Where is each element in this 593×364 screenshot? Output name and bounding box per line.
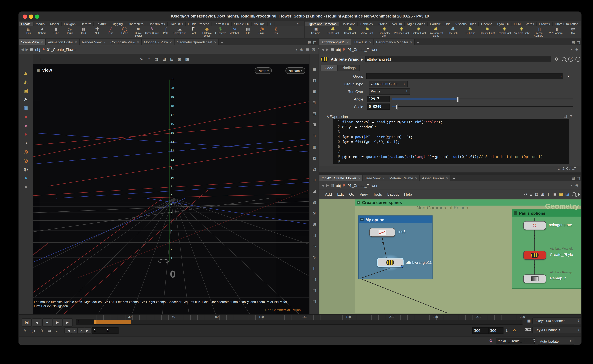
shelf-tool[interactable]: ✺ Volume Light (393, 27, 410, 38)
pane-tab[interactable]: Geometry Spreadsheet × (174, 39, 219, 45)
info-icon[interactable]: i (575, 57, 580, 61)
new-tab-button[interactable]: + (219, 39, 225, 45)
display-option-icon[interactable]: ▤ (311, 111, 317, 117)
shelf-tab[interactable]: Drive Simulation (553, 22, 581, 26)
display-option-icon[interactable]: ▯ (311, 265, 317, 271)
viewport-state-icon[interactable]: ◎ (21, 156, 30, 164)
align-nodes-icon[interactable]: ≡ (530, 192, 532, 196)
close-tab-icon[interactable]: × (75, 40, 77, 44)
shelf-tab[interactable]: FEM (512, 22, 523, 26)
run-over-dropdown[interactable]: Points ⇕ (369, 88, 410, 95)
shelf-tab[interactable]: Grains (375, 22, 390, 26)
display-option-icon[interactable]: ⊙ (311, 254, 317, 260)
display-option-icon[interactable]: ◩ (311, 155, 317, 161)
forward-icon[interactable]: ▶ (26, 48, 28, 52)
angle-field[interactable]: 129.7 (367, 96, 390, 102)
scale-slider[interactable] (392, 104, 573, 109)
shelf-tab[interactable]: Hair Utils (167, 22, 186, 26)
search-icon[interactable] (562, 57, 566, 61)
shelf-tab[interactable]: Terrain FX (212, 22, 232, 26)
shelf-tab[interactable]: Collisions (339, 22, 358, 26)
auto-key-icon[interactable]: ▣ (526, 318, 532, 324)
gear-icon[interactable]: ⚙ (553, 57, 560, 61)
pane-tab[interactable]: Performance Monitor × (374, 39, 415, 45)
pane-tab[interactable]: /obj/01_Create_Flower × (319, 175, 363, 181)
shelf-tab[interactable]: Rigid Bodies (405, 22, 428, 26)
viewport-state-icon[interactable]: ● (21, 121, 30, 129)
slider-handle[interactable] (396, 104, 397, 110)
help-icon[interactable]: ? (568, 57, 573, 61)
shelf-tab[interactable]: Model (48, 22, 62, 26)
set-keyframe-icon[interactable]: ✎ (22, 327, 28, 333)
shelf-overflow-icon[interactable]: ▾ (297, 22, 299, 26)
path-node[interactable]: 01_Create_Flower (348, 47, 377, 52)
display-option-icon[interactable]: ◰ (311, 287, 317, 293)
pane-layout-icon[interactable]: ⋮⋮⋮ (37, 56, 44, 62)
scale-field[interactable]: 0.0249 (367, 104, 390, 110)
forward-icon[interactable]: ▶ (326, 48, 329, 52)
pane-tab[interactable]: Composite View × (108, 39, 142, 45)
display-option-icon[interactable]: ▦ (311, 67, 317, 72)
viewport-toolbar-icon[interactable]: ▩ (183, 56, 191, 62)
pane-menu-icon[interactable]: ▤ (308, 40, 312, 45)
viewport-state-icon[interactable]: ◑ (21, 139, 30, 147)
viewport-toolbar-icon[interactable]: ▦ (153, 56, 160, 62)
viewport-state-icon[interactable]: ➤ (21, 95, 30, 103)
pane-expand-icon[interactable]: ◱ (581, 48, 582, 52)
cut-wires-icon[interactable]: ✂ (524, 192, 527, 197)
node-create-phylo[interactable] (523, 251, 546, 260)
pane-tab[interactable]: Tree View × (363, 175, 387, 181)
pin-icon[interactable]: ◉ (575, 48, 578, 52)
forward-icon[interactable]: ▶ (326, 183, 329, 188)
close-tab-icon[interactable]: × (41, 40, 43, 44)
perspective-icon[interactable]: ▧ (312, 48, 315, 52)
shelf-tool[interactable]: ✺ Spot Light (341, 27, 359, 38)
tab-bindings[interactable]: Bindings (338, 65, 360, 71)
viewport-state-icon[interactable]: ◍ (21, 165, 30, 173)
pane-splitter[interactable] (319, 172, 581, 175)
close-tab-icon[interactable]: × (347, 40, 349, 44)
group-field[interactable] (366, 73, 563, 79)
keys-info-dropdown[interactable]: 0 keys, 0/0 channels ⇕ (532, 318, 581, 324)
pane-tab[interactable]: Render View × (80, 39, 108, 45)
shelf-tool[interactable]: ✺ Ambient Light (513, 27, 530, 38)
projection-button[interactable]: Persp ▾ (255, 67, 272, 74)
stop-button[interactable]: ■ (42, 318, 52, 327)
shelf-tool[interactable]: ▮ Tube (49, 27, 63, 38)
pane-tab[interactable]: Take List × (351, 39, 374, 45)
parameters-icon[interactable]: ◫ (546, 192, 551, 197)
shelf-tool[interactable]: ✺ Point Light (324, 27, 341, 38)
status-path[interactable]: /obj/01_Create_Fl... (496, 338, 535, 344)
node-attribwrangle11[interactable] (377, 258, 404, 267)
playbar-track[interactable]: 1 (89, 320, 523, 325)
path-context[interactable]: obj (336, 47, 341, 52)
shelf-tab[interactable]: Particles (358, 22, 375, 26)
path-context[interactable]: obj (336, 183, 341, 188)
shelf-tool[interactable]: ✎ Draw Curve (145, 27, 159, 38)
shelf-tool[interactable]: ▤ File (241, 27, 255, 38)
shelf-tab[interactable]: Viscous Fluids (453, 22, 479, 26)
display-option-icon[interactable]: ▥ (311, 144, 317, 150)
shelf-tool[interactable]: ✺ Portal Light (496, 27, 513, 38)
shelf-tool[interactable]: F Font (187, 27, 200, 38)
pin-icon[interactable]: ◉ (300, 48, 303, 52)
scoped-channels-icon[interactable]: ( ) (30, 327, 37, 333)
expand-editor-icon[interactable]: ◱ (564, 114, 567, 118)
grid-snap-icon[interactable]: ▦ (534, 192, 538, 197)
vex-code-editor[interactable]: 123456789 float randval = rand(@ptnum/$P… (333, 119, 569, 164)
close-tab-icon[interactable]: × (369, 40, 371, 44)
shelf-tab[interactable]: Oceans (479, 22, 495, 26)
viewport-state-icon[interactable]: ● (21, 183, 30, 190)
viewport-state-icon[interactable]: ◎ (21, 148, 30, 155)
status-badge-icon[interactable]: ✿ (489, 338, 493, 343)
shelf-tab[interactable]: + (267, 22, 274, 26)
range-end-field[interactable]: 300 (472, 327, 489, 334)
path-menu-icon[interactable]: ▾ (571, 48, 573, 52)
shelf-tab[interactable]: Modify (33, 22, 48, 26)
last-frame-button[interactable]: ▶| (84, 327, 92, 334)
shelf-tool[interactable]: ╱ Line (104, 27, 118, 38)
shelf-tab[interactable]: Guide Process (186, 22, 212, 26)
path-menu-icon[interactable]: ▾ (571, 183, 573, 188)
shelf-tool[interactable]: ⇄ Sw (565, 27, 582, 38)
path-context[interactable]: obj (35, 47, 40, 52)
